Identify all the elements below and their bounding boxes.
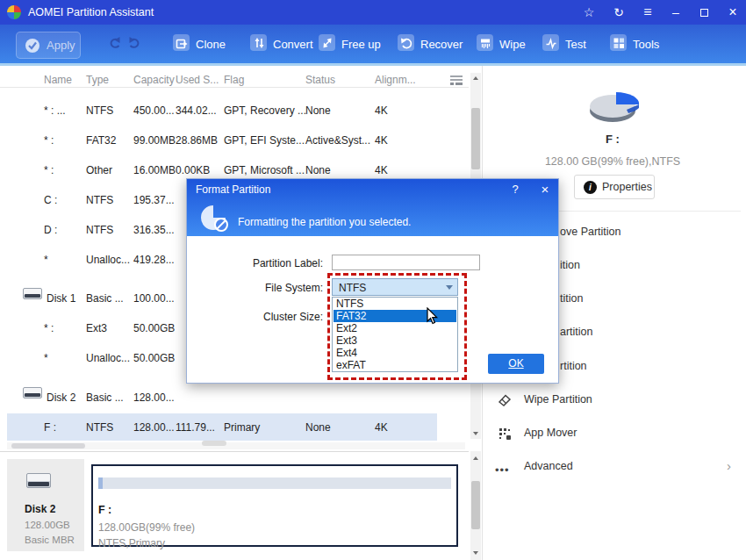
scrollbar-thumb[interactable] (471, 481, 480, 529)
panel-item-partial[interactable]: ove Partition (560, 226, 620, 238)
recover-button[interactable]: Recover (398, 30, 478, 58)
used-space-segment (98, 477, 103, 489)
panel-item-partial[interactable]: artition (560, 326, 593, 338)
app-mover-icon (497, 426, 513, 442)
selected-partition-name: F : (483, 133, 742, 146)
minimize-button[interactable]: – (664, 0, 687, 25)
app-logo-icon (7, 5, 21, 19)
partition-label-input[interactable] (332, 255, 480, 270)
favorite-star-icon[interactable]: ☆ (577, 0, 600, 25)
disk-type: Basic MBR (25, 535, 75, 545)
free-up-button[interactable]: Free up (319, 30, 398, 58)
undo-button[interactable] (105, 35, 123, 51)
disk-name: Disk 2 (25, 503, 55, 515)
file-system-dropdown[interactable]: NTFS (332, 278, 458, 296)
chevron-right-icon: › (727, 458, 731, 473)
disk-summary-block[interactable]: Disk 2 128.00GB Basic MBR (7, 459, 84, 551)
info-icon: i (584, 181, 597, 194)
scrollbar-thumb[interactable] (11, 443, 85, 449)
scrollbar-thumb[interactable] (471, 108, 480, 169)
panel-item-partial[interactable]: ition (560, 259, 580, 271)
dialog-title: Format Partition (196, 183, 270, 196)
properties-button[interactable]: i Properties (574, 175, 655, 199)
table-row-disk[interactable]: Disk 2Basic ...128.00... (0, 387, 469, 408)
option-exfat[interactable]: exFAT (334, 359, 456, 371)
header-divider (0, 87, 469, 88)
file-system-value: NTFS (339, 282, 366, 294)
format-partition-dialog: Format Partition ? × Formatting the part… (186, 178, 559, 384)
scroll-up-button[interactable] (470, 73, 481, 83)
selected-partition-info: 128.00 GB(99% free),NTFS (483, 155, 742, 168)
app-window: AOMEI Partition Assistant ☆ ↻ ≡ – × Appl… (0, 0, 746, 560)
apply-button[interactable]: Apply (16, 32, 81, 59)
menu-item-app-mover[interactable]: App Mover (483, 423, 746, 444)
panel-item-partial[interactable]: tition (560, 292, 583, 305)
maximize-icon (700, 9, 708, 17)
scroll-down-button[interactable] (470, 428, 481, 439)
col-header-name[interactable]: Name (44, 74, 72, 86)
partition-pie-chart (586, 84, 641, 130)
column-settings-icon[interactable] (448, 74, 464, 86)
horizontal-scrollbar[interactable] (7, 442, 465, 449)
menu-item-wipe-partition[interactable]: Wipe Partition (483, 390, 746, 411)
tools-button[interactable]: Tools (610, 30, 673, 58)
close-button[interactable]: × (721, 0, 744, 25)
option-ext4[interactable]: Ext4 (334, 347, 456, 359)
col-header-align[interactable]: Alignm... (375, 74, 416, 86)
apply-check-icon (24, 37, 41, 54)
table-row[interactable]: * :FAT3299.00MB28.86MBGPT, EFI Syste...A… (0, 130, 469, 151)
toolbar: Apply Clone Convert Free up (0, 25, 746, 63)
table-row[interactable]: * : ...NTFS450.00...344.02...GPT, Recove… (0, 100, 469, 121)
col-header-type[interactable]: Type (86, 74, 109, 86)
recover-icon (398, 34, 414, 51)
scroll-up-button[interactable] (470, 453, 481, 463)
partition-usage-bar (98, 477, 451, 489)
panel-item-partial[interactable]: rtition (560, 360, 587, 372)
disk-icon (23, 387, 42, 398)
partition-name: F : (98, 504, 111, 516)
dialog-header: Format Partition ? × Formatting the part… (187, 179, 558, 236)
col-header-flag[interactable]: Flag (224, 74, 244, 86)
col-header-status[interactable]: Status (305, 74, 335, 86)
option-ext3[interactable]: Ext3 (334, 334, 456, 347)
chevron-down-icon (446, 285, 453, 290)
partition-block-selected[interactable]: F : 128.00GB(99% free) NTFS,Primary (91, 464, 458, 547)
tools-icon (610, 34, 627, 51)
refresh-icon[interactable]: ↻ (607, 0, 630, 25)
mouse-cursor (426, 307, 440, 327)
free-up-icon (319, 34, 335, 51)
disk-capacity: 128.00GB (25, 520, 70, 530)
wipe-button[interactable]: Wipe (477, 30, 538, 58)
file-system-label: File System: (204, 282, 323, 294)
disk-icon (23, 288, 42, 299)
convert-icon (250, 34, 267, 51)
dialog-help-button[interactable]: ? (508, 183, 522, 196)
clone-icon (173, 34, 190, 51)
test-button[interactable]: Test (542, 30, 600, 58)
test-icon (542, 34, 559, 51)
window-title: AOMEI Partition Assistant (28, 6, 154, 18)
title-bar: AOMEI Partition Assistant ☆ ↻ ≡ – × (0, 0, 746, 25)
menu-item-advanced[interactable]: ••• Advanced › (483, 456, 746, 477)
disk-icon (26, 473, 51, 488)
menu-icon[interactable]: ≡ (636, 0, 659, 25)
ellipsis-icon: ••• (495, 463, 510, 477)
col-header-capacity[interactable]: Capacity (133, 74, 175, 86)
partition-filesystem: NTFS,Primary (98, 537, 165, 549)
wipe-icon (477, 34, 493, 51)
dialog-message: Formatting the partition you selected. (238, 216, 411, 228)
maximize-button[interactable] (693, 0, 716, 25)
scroll-down-button[interactable] (470, 548, 481, 558)
partition-info: 128.00GB(99% free) (98, 521, 195, 534)
partition-label-label: Partition Label: (204, 257, 323, 269)
eraser-icon (497, 392, 513, 408)
table-row-selected[interactable]: F :NTFS128.00...111.79...PrimaryNone4K (0, 417, 469, 438)
redo-button[interactable] (126, 35, 144, 51)
ok-button[interactable]: OK (488, 354, 544, 374)
bottom-scrollbar[interactable] (470, 451, 481, 560)
disk-map-panel: Disk 2 128.00GB Basic MBR F : 128.00GB(9… (0, 451, 469, 560)
clone-button[interactable]: Clone (173, 30, 247, 58)
col-header-used[interactable]: Used S... (176, 74, 219, 86)
dialog-close-button[interactable]: × (538, 182, 552, 197)
splitter-handle[interactable] (202, 441, 226, 446)
